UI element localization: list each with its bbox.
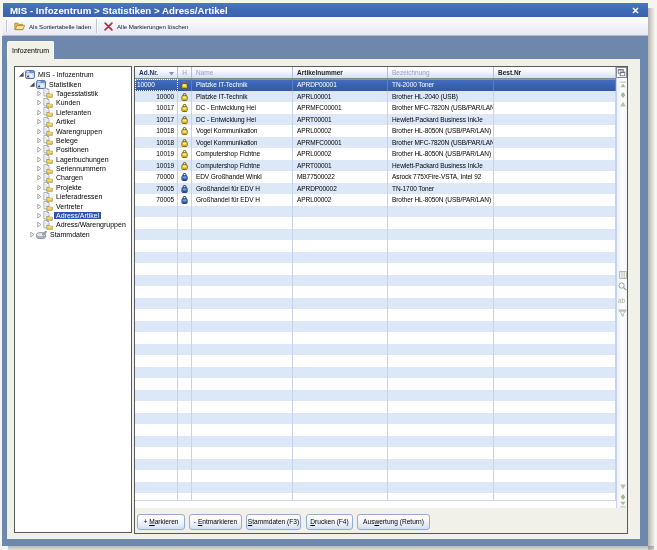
yellow-lock-icon [178,91,192,103]
table-grid: Ad.Nr. H Name Artikelnummer Bezeichnung … [135,67,616,79]
toolbar-separator [96,19,98,33]
table-row[interactable]: 10019Computershop FichtneAPRT00001Hewlet… [135,160,616,172]
tree-item-adress-warengruppen[interactable]: Adress/Warengruppen [15,220,131,229]
go-last-icon[interactable] [618,501,627,508]
cell-bestnr [494,91,616,103]
tree-item-lagerbuchungen[interactable]: Lagerbuchungen [15,155,131,164]
markieren-button[interactable]: + Markieren [137,514,185,530]
collapsed-arrow-icon[interactable] [36,137,43,144]
empty-cell [178,332,192,344]
empty-cell [388,367,494,379]
table-row[interactable]: 10017DC - Entwicklung HeiAPRT00001Hewlet… [135,114,616,126]
stammdaten-button[interactable]: Stammdaten (F3) [246,514,301,530]
column-header-h[interactable]: H [178,67,192,78]
tree-item-artikel[interactable]: Artikel [15,117,131,126]
collapsed-arrow-icon[interactable] [29,231,36,238]
collapsed-arrow-icon[interactable] [36,203,43,210]
cell-bestnr [494,102,616,114]
collapsed-arrow-icon[interactable] [36,99,43,106]
collapsed-arrow-icon[interactable] [36,212,43,219]
empty-cell [293,206,388,218]
collapsed-arrow-icon[interactable] [36,156,43,163]
tree-item-projekte[interactable]: Projekte [15,183,131,192]
tree-item-warengruppen[interactable]: Warengruppen [15,126,131,135]
collapsed-arrow-icon[interactable] [36,221,43,228]
collapsed-arrow-icon[interactable] [36,174,43,181]
clear-marks-button[interactable]: Alle Markierungen löschen [104,18,188,34]
tree-item-tagesstatistik[interactable]: Tagesstatistik [15,89,131,98]
tree-item-chargen[interactable]: Chargen [15,173,131,182]
column-header-name[interactable]: Name [192,67,293,78]
page-up-icon[interactable] [618,91,627,99]
prior-icon[interactable] [618,101,627,107]
column-header-bezeichnung[interactable]: Bezeichnung [388,67,494,78]
tree-item-label: Positionen [54,146,91,153]
cell-artikelnummer: APRL00001 [293,91,388,103]
column-header-bestnr[interactable]: Best.Nr [494,67,616,78]
empty-row [135,367,616,379]
collapsed-arrow-icon[interactable] [36,90,43,97]
close-button[interactable] [629,5,641,16]
empty-cell [388,378,494,390]
table-row[interactable]: 10019Computershop FichtneAPRL00002Brothe… [135,148,616,160]
tab-infozentrum[interactable]: Infozentrum [7,41,54,59]
table-row[interactable]: 70005Großhandel für EDV HAPRDP00002TN-17… [135,183,616,195]
tree-item-kunden[interactable]: Kunden [15,98,131,107]
columns-icon[interactable] [618,271,627,279]
table-row[interactable]: 10000Platzke IT-TechnikAPRL00001Brother … [135,91,616,103]
entmarkieren-button[interactable]: - Entmarkieren [189,514,242,530]
empty-cell [135,263,178,275]
tree-item-mis-infozentrum[interactable]: MIS - Infozentrum [15,70,131,79]
tree-item-adress-artikel[interactable]: Adress/Artikel [15,211,131,220]
table-row[interactable]: 10018Vogel KommunikationAPRMFC00001Broth… [135,137,616,149]
page-down-icon[interactable] [618,493,627,501]
collapsed-arrow-icon[interactable] [36,184,43,191]
collapsed-arrow-icon[interactable] [36,128,43,135]
cell-artikelnummer: APRL00002 [293,194,388,206]
collapsed-arrow-icon[interactable] [36,146,43,153]
column-header-adnr[interactable]: Ad.Nr. [135,67,178,78]
expanded-arrow-icon[interactable] [29,81,36,88]
table-row[interactable]: 10018Vogel KommunikationAPRL00002Brother… [135,125,616,137]
blue-lock-icon [178,194,192,206]
tree-item-belege[interactable]: Belege [15,136,131,145]
tree-item-statistiken[interactable]: Statistiken [15,79,131,88]
empty-cell [388,240,494,252]
tree-item-seriennummern[interactable]: Seriennummern [15,164,131,173]
search-icon[interactable] [618,282,627,291]
collapsed-arrow-icon[interactable] [36,193,43,200]
load-sort-table-button[interactable]: Als Sortiertabelle laden [14,18,91,34]
tree-item-vertreter[interactable]: Vertreter [15,201,131,210]
go-first-icon[interactable] [618,81,627,88]
tree-item-stammdaten[interactable]: Stammdaten [15,230,131,239]
collapsed-arrow-icon[interactable] [36,118,43,125]
tree-item-lieferadressen[interactable]: Lieferadressen [15,192,131,201]
table-row[interactable]: 70005Großhandel für EDV HAPRL00002Brothe… [135,194,616,206]
empty-cell [192,298,293,310]
auswertung-button[interactable]: Auswertung (Return) [357,514,430,530]
collapsed-arrow-icon[interactable] [36,165,43,172]
column-header-artikelnummer[interactable]: Artikelnummer [293,67,388,78]
table-row[interactable]: 10000Platzke IT-TechnikAPRDP00001TN-2000… [135,79,616,91]
column-chooser-icon[interactable] [615,66,627,78]
expanded-arrow-icon[interactable] [18,71,25,78]
sort-az-icon[interactable]: ab [618,297,627,304]
cell-bestnr [494,125,616,137]
empty-cell [178,470,192,482]
cell-name: EDV Großhandel Winkl [192,171,293,183]
drucken-button[interactable]: Drucken (F4) [306,514,353,530]
empty-cell [192,470,293,482]
table-row[interactable]: 70000EDV Großhandel WinklMB77500022Asroc… [135,171,616,183]
collapsed-arrow-icon[interactable] [36,109,43,116]
empty-cell [135,482,178,494]
filter-icon[interactable] [618,309,627,317]
table-row[interactable]: 10017DC - Entwicklung HeiAPRMFC00001Brot… [135,102,616,114]
next-icon[interactable] [618,484,627,490]
cell-bestnr [494,137,616,149]
load-sort-table-label: Als Sortiertabelle laden [29,23,91,30]
tree-item-lieferanten[interactable]: Lieferanten [15,108,131,117]
app-window: MIS - Infozentrum > Statistiken > Adress… [2,2,648,546]
empty-cell [388,447,494,459]
tree-item-positionen[interactable]: Positionen [15,145,131,154]
empty-cell [388,459,494,471]
